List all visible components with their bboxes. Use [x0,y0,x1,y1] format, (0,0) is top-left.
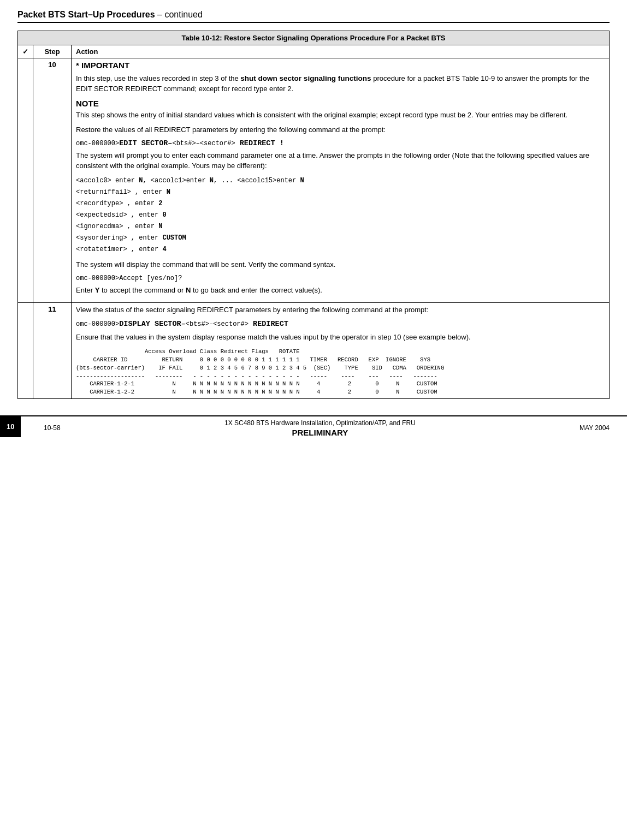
cmd-bold2-1: REDIRECT ! [235,139,284,147]
important-heading: * IMPORTANT [76,61,605,70]
view-text: View the status of the sector signaling … [76,305,605,315]
note-text: This step shows the entry of initial sta… [76,110,605,121]
enter-text3: to go back and enter the correct value(s… [191,286,322,294]
check-cell-11 [18,302,33,398]
param1-text: <accolc0> enter N, <accolc1>enter N, ...… [76,177,304,184]
cmd-line-display: omc-000000>DISPLAY SECTOR–<bts#>–<sector… [76,320,605,328]
cmd-line-2: omc-000000>Accept [yes/no]? [76,275,605,282]
table-header-row: ✓ Step Action [18,45,610,58]
note-heading: NOTE [76,99,605,108]
footer-right: MAY 2004 [579,424,610,432]
ensure-text: Ensure that the values in the system dis… [76,332,605,343]
footer-preliminary: PRELIMINARY [61,428,579,437]
param-3: <recordtype> , enter 2 [76,199,605,208]
cmd-bold2-display: REDIRECT [249,320,288,328]
footer-center: 1X SC480 BTS Hardware Installation, Opti… [61,419,579,437]
restore-text: Restore the values of all REDIRECT param… [76,125,605,135]
action-cell-10: * IMPORTANT In this step, use the values… [72,58,610,303]
cmd-prefix-1: omc-000000> [76,140,119,147]
page-footer: 10 10-58 1X SC480 BTS Hardware Installat… [0,415,627,437]
step-number-11: 11 [33,302,72,398]
display-output: Access Overload Class Redirect Flags ROT… [76,348,605,396]
table-caption-row: Table 10-12: Restore Sector Signaling Op… [18,31,610,45]
param-1: <accolc0> enter N, <accolc1>enter N, ...… [76,176,605,186]
enter-text1: Enter [76,286,95,294]
cmd-prefix-display: omc-000000> [76,320,119,328]
cmd-bold-display: DISPLAY SECTOR– [119,320,186,328]
main-table: Table 10-12: Restore Sector Signaling Op… [17,31,610,399]
system-prompt-text: The system will prompt you to enter each… [76,151,605,171]
footer-left: 10-58 [44,424,61,432]
check-header: ✓ [18,45,33,58]
title-subtitle: – continued [157,10,203,19]
param-5: <ignorecdma> , enter N [76,222,605,231]
page-number-box: 10 [0,416,21,437]
step-number-10: 10 [33,58,72,303]
param-7: <rotatetimer> , enter 4 [76,245,605,254]
table-row: 11 View the status of the sector signali… [18,302,610,398]
cmd2-text: omc-000000>Accept [yes/no]? [76,275,182,282]
verify-text: The system will display the command that… [76,260,605,270]
action-header: Action [72,45,610,58]
enter-text2: to accept the command or [99,286,186,294]
param-2: <returniffail> , enter N [76,187,605,197]
page-header: Packet BTS Start–Up Procedures – continu… [17,10,610,23]
step-header: Step [33,45,72,58]
cmd-rest-display: <bts#>–<sector#> [186,320,249,328]
page-title: Packet BTS Start–Up Procedures – continu… [17,10,203,20]
enter-N: N [186,286,191,294]
table-caption: Table 10-12: Restore Sector Signaling Op… [18,31,610,45]
cmd-rest-1: <bts#>–<sector#> [172,140,235,147]
table-row: 10 * IMPORTANT In this step, use the val… [18,58,610,303]
important-text-span: In this step, use the values recorded in… [76,74,589,93]
param-4: <expectedsid> , enter 0 [76,210,605,220]
param-6: <sysordering> , enter CUSTOM [76,233,605,243]
enter-yn-text: Enter Y to accept the command or N to go… [76,285,605,296]
cmd-line-1: omc-000000>EDIT SECTOR–<bts#>–<sector#> … [76,139,605,147]
title-bold: Packet BTS Start–Up Procedures [17,10,155,19]
footer-center-text: 1X SC480 BTS Hardware Installation, Opti… [61,419,579,427]
cmd-bold-1: EDIT SECTOR– [119,139,172,147]
action-cell-11: View the status of the sector signaling … [72,302,610,398]
check-cell [18,58,33,303]
important-text: In this step, use the values recorded in… [76,73,605,94]
